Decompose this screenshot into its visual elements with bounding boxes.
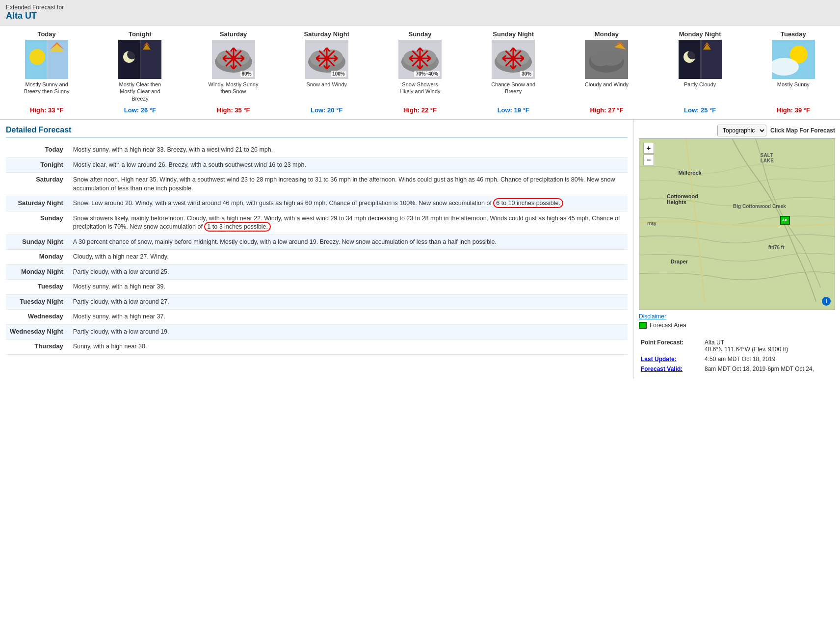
forecast-day-5: Sunday Night 30%Chance Snow and BreezyLo…: [486, 30, 540, 114]
svg-point-90: [687, 50, 697, 59]
salt-lake-label: SALTLAKE: [761, 153, 774, 163]
day-description-0: Mostly Sunny and Breezy then Sunny: [22, 81, 72, 104]
weather-icon-0: [25, 40, 68, 79]
day-name-6: Monday: [581, 30, 631, 38]
map-container[interactable]: Millcreek CottonwoodHeights Draper Big C…: [639, 138, 835, 310]
map-info-icon[interactable]: i: [822, 297, 831, 306]
svg-point-72: [511, 56, 516, 61]
forecast-row-4: SundaySnow showers likely, mainly before…: [6, 211, 628, 235]
forecast-row-12: ThursdaySunny, with a high near 30.: [6, 340, 628, 355]
svg-point-2: [29, 49, 45, 65]
forecast-row-3: Saturday NightSnow. Low around 20. Windy…: [6, 196, 628, 211]
period-detail-10: Mostly sunny, with a high near 37.: [69, 310, 628, 325]
extended-forecast: TodayMostly Sunny and Breezy then SunnyH…: [0, 26, 840, 120]
millcreek-label: Millcreek: [679, 170, 702, 176]
forecast-row-0: TodayMostly sunny, with a high near 33. …: [6, 143, 628, 157]
main-content: Detailed Forecast TodayMostly sunny, wit…: [0, 120, 840, 379]
point-forecast-label: Point Forecast:: [639, 338, 703, 354]
day-temp-6: High: 27 °F: [581, 106, 631, 114]
big-cottonwood-label: Big Cottonwood Creek: [733, 204, 786, 209]
highlighted-text-4: 1 to 3 inches possible.: [204, 222, 271, 232]
terrain-svg: [639, 139, 835, 302]
period-label-0: Today: [6, 143, 69, 157]
svg-rect-97: [639, 139, 835, 302]
forecast-day-1: TonightMostly Clear then Mostly Clear an…: [113, 30, 167, 114]
disclaimer-link[interactable]: Disclaimer: [639, 313, 666, 320]
highlighted-text-3: 6 to 10 inches possible.: [493, 198, 563, 208]
day-temp-2: High: 35 °F: [209, 106, 259, 114]
precip-badge-3: 100%: [331, 71, 346, 77]
day-name-2: Saturday: [209, 30, 259, 38]
day-description-8: Mostly Sunny: [768, 81, 818, 104]
day-name-4: Sunday: [395, 30, 445, 38]
detailed-forecast-heading: Detailed Forecast: [6, 126, 628, 138]
forecast-day-6: MondayCloudy and WindyHigh: 27 °F: [579, 30, 633, 114]
forecast-area-legend: Forecast Area: [639, 322, 835, 329]
svg-point-38: [324, 56, 329, 61]
precip-badge-5: 30%: [520, 71, 533, 77]
forecast-day-0: TodayMostly Sunny and Breezy then SunnyH…: [20, 30, 74, 114]
map-type-dropdown[interactable]: Topographic: [717, 125, 766, 136]
weather-icon-6: [585, 40, 628, 79]
last-update-label: Last Update:: [639, 354, 703, 364]
day-description-5: Chance Snow and Breezy: [488, 81, 538, 104]
forecast-day-2: Saturday 80%Windy. Mostly Sunny then Sno…: [207, 30, 261, 114]
day-description-7: Partly Cloudy: [675, 81, 725, 104]
period-detail-6: Cloudy, with a high near 27. Windy.: [69, 250, 628, 265]
period-detail-7: Partly cloudy, with a low around 25.: [69, 264, 628, 280]
precip-badge-4: 70%–40%: [414, 71, 440, 77]
forecast-row-10: WednesdayMostly sunny, with a high near …: [6, 310, 628, 325]
period-label-6: Monday: [6, 250, 69, 265]
last-update-value: 4:50 am MDT Oct 18, 2019: [703, 354, 835, 364]
day-description-1: Mostly Clear then Mostly Clear and Breez…: [115, 81, 165, 104]
weather-icon-4: 70%–40%: [398, 40, 442, 79]
point-forecast-table: Point Forecast: Alta UT40.6°N 111.64°W (…: [639, 338, 835, 374]
svg-point-21: [231, 56, 236, 61]
period-label-7: Monday Night: [6, 264, 69, 280]
period-label-10: Wednesday: [6, 310, 69, 325]
ft-label: ft476 ft: [768, 245, 785, 250]
day-name-1: Tonight: [115, 30, 165, 38]
ray-label: rray: [647, 221, 656, 226]
detailed-forecast-section: Detailed Forecast TodayMostly sunny, wit…: [0, 120, 634, 379]
svg-point-84: [600, 49, 623, 66]
svg-rect-88: [700, 40, 722, 79]
forecast-row-2: SaturdaySnow after noon. High near 35. W…: [6, 173, 628, 196]
svg-rect-91: [700, 40, 702, 79]
day-temp-4: High: 22 °F: [395, 106, 445, 114]
forecast-row-9: Tuesday NightPartly cloudy, with a low a…: [6, 294, 628, 310]
forecast-table: TodayMostly sunny, with a high near 33. …: [6, 143, 628, 355]
forecast-marker[interactable]: AK: [780, 216, 790, 225]
period-detail-12: Sunny, with a high near 30.: [69, 340, 628, 355]
day-temp-8: High: 39 °F: [768, 106, 818, 114]
weather-icon-8: [772, 40, 815, 79]
zoom-out-button[interactable]: −: [643, 155, 654, 165]
forecast-day-3: Saturday Night 100%Snow and WindyLow: 20…: [300, 30, 354, 114]
map-section: Topographic Click Map For Forecast: [634, 120, 840, 379]
forecast-valid-label: Forecast Valid:: [639, 364, 703, 374]
day-name-5: Sunday Night: [488, 30, 538, 38]
legend-box: [639, 322, 647, 329]
period-detail-5: A 30 percent chance of snow, mainly befo…: [69, 235, 628, 250]
forecast-valid-value: 8am MDT Oct 18, 2019-6pm MDT Oct 24,: [703, 364, 835, 374]
last-update-row: Last Update: 4:50 am MDT Oct 18, 2019: [639, 354, 835, 364]
precip-badge-2: 80%: [240, 71, 253, 77]
period-label-12: Thursday: [6, 340, 69, 355]
period-label-8: Tuesday: [6, 280, 69, 295]
forecast-row-1: TonightMostly clear, with a low around 2…: [6, 157, 628, 173]
period-label-2: Saturday: [6, 173, 69, 196]
period-label-1: Tonight: [6, 157, 69, 173]
period-label-11: Wednesday Night: [6, 324, 69, 340]
period-label-4: Sunday: [6, 211, 69, 235]
cottonwood-label: CottonwoodHeights: [667, 193, 698, 205]
period-detail-8: Mostly sunny, with a high near 39.: [69, 280, 628, 295]
weather-icon-2: 80%: [212, 40, 255, 79]
period-detail-3: Snow. Low around 20. Windy, with a west …: [69, 196, 628, 211]
day-description-6: Cloudy and Windy: [581, 81, 631, 104]
day-temp-0: High: 33 °F: [22, 106, 72, 114]
zoom-in-button[interactable]: +: [643, 143, 654, 154]
day-name-0: Today: [22, 30, 72, 38]
forecast-valid-row: Forecast Valid: 8am MDT Oct 18, 2019-6pm…: [639, 364, 835, 374]
weather-icon-7: [679, 40, 722, 79]
map-click-label: Click Map For Forecast: [770, 127, 835, 134]
